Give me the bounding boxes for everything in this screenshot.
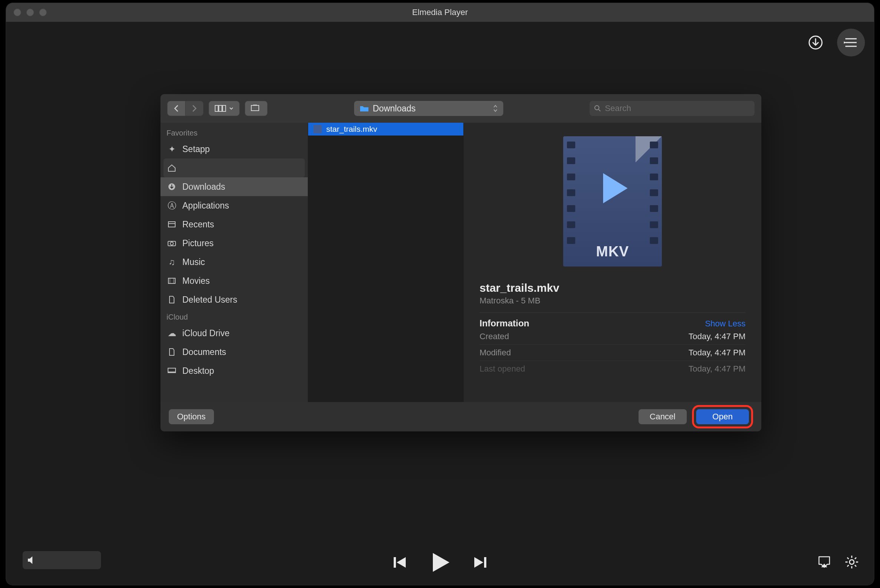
svg-rect-5 xyxy=(394,557,396,568)
sidebar-item-deleted-users[interactable]: Deleted Users xyxy=(160,290,308,309)
svg-line-19 xyxy=(847,565,849,567)
svg-rect-21 xyxy=(219,105,222,111)
sidebar-item-music[interactable]: ♫Music xyxy=(160,253,308,271)
titlebar: Elmedia Player xyxy=(6,3,874,22)
sidebar-item-pictures[interactable]: Pictures xyxy=(160,234,308,253)
cloud-icon: ☁ xyxy=(167,328,177,338)
open-button-highlight: Open xyxy=(692,405,753,428)
options-button[interactable]: Options xyxy=(169,409,214,424)
sidebar: Favorites ✦Setapp Downloads ⒶApplication… xyxy=(160,123,308,402)
music-icon: ♫ xyxy=(167,257,177,267)
sidebar-item-downloads[interactable]: Downloads xyxy=(160,177,308,196)
sidebar-header-icloud: iCloud xyxy=(160,309,308,324)
download-icon xyxy=(167,183,177,191)
search-icon xyxy=(594,105,601,112)
svg-rect-23 xyxy=(251,105,259,111)
sidebar-item-recents[interactable]: Recents xyxy=(160,215,308,234)
svg-marker-7 xyxy=(433,553,449,572)
svg-line-17 xyxy=(855,565,856,567)
show-less-link[interactable]: Show Less xyxy=(705,319,746,329)
sidebar-item-applications[interactable]: ⒶApplications xyxy=(160,196,308,215)
svg-marker-9 xyxy=(474,557,483,568)
player-bar xyxy=(6,540,874,585)
svg-line-16 xyxy=(847,558,849,559)
dialog-toolbar: Downloads xyxy=(160,94,761,123)
info-header: Information xyxy=(480,318,529,329)
app-window: Elmedia Player xyxy=(6,3,874,585)
sidebar-item-documents[interactable]: Documents xyxy=(160,343,308,361)
folder-icon xyxy=(359,105,369,112)
svg-point-11 xyxy=(849,560,854,564)
location-popup[interactable]: Downloads xyxy=(354,101,503,116)
cancel-button[interactable]: Cancel xyxy=(639,409,687,424)
sidebar-header-favorites: Favorites xyxy=(160,125,308,140)
svg-line-26 xyxy=(599,110,600,111)
play-button[interactable] xyxy=(428,551,452,574)
volume-slider[interactable] xyxy=(23,551,101,569)
playlist-button[interactable] xyxy=(837,29,865,56)
volume-icon xyxy=(26,555,37,565)
home-icon xyxy=(167,164,177,172)
svg-rect-32 xyxy=(168,278,175,283)
svg-rect-20 xyxy=(215,105,218,111)
file-row[interactable]: star_trails.mkv xyxy=(308,123,463,136)
location-label: Downloads xyxy=(373,104,416,114)
previous-button[interactable] xyxy=(391,554,408,571)
chevron-updown-icon xyxy=(493,104,498,113)
app-toolbar xyxy=(6,22,874,63)
back-button[interactable] xyxy=(167,101,185,116)
meta-row: ModifiedToday, 4:47 PM xyxy=(480,345,746,361)
movie-icon xyxy=(167,277,177,284)
apps-icon: Ⓐ xyxy=(167,200,177,212)
forward-button[interactable] xyxy=(185,101,203,116)
sidebar-item-movies[interactable]: Movies xyxy=(160,271,308,290)
doc-icon xyxy=(167,296,177,304)
preview-icon-label: MKV xyxy=(563,244,662,260)
sidebar-item-setapp[interactable]: ✦Setapp xyxy=(160,140,308,158)
file-type-icon xyxy=(313,125,322,133)
airplay-button[interactable] xyxy=(817,555,832,569)
svg-rect-28 xyxy=(168,222,175,227)
setapp-icon: ✦ xyxy=(167,144,177,154)
group-button[interactable] xyxy=(245,101,267,116)
svg-point-31 xyxy=(170,242,173,245)
meta-row: Last openedToday, 4:47 PM xyxy=(480,361,746,377)
file-name-label: star_trails.mkv xyxy=(326,125,377,134)
svg-rect-8 xyxy=(484,557,486,568)
dialog-footer: Options Cancel Open xyxy=(160,402,761,431)
search-input[interactable] xyxy=(605,104,750,113)
preview-file-name: star_trails.mkv xyxy=(480,282,746,294)
open-file-dialog: Downloads Favorites ✦Setapp Downloads xyxy=(160,94,761,431)
search-field[interactable] xyxy=(590,101,755,116)
volume-area xyxy=(23,551,101,569)
file-preview-icon: MKV xyxy=(563,136,662,267)
svg-rect-22 xyxy=(223,105,226,111)
svg-marker-4 xyxy=(844,41,846,44)
download-button[interactable] xyxy=(802,29,830,56)
svg-line-18 xyxy=(855,558,856,559)
camera-icon xyxy=(167,240,177,247)
preview-file-subtitle: Matroska - 5 MB xyxy=(480,296,746,306)
svg-rect-24 xyxy=(253,105,257,106)
meta-row: CreatedToday, 4:47 PM xyxy=(480,329,746,345)
svg-marker-37 xyxy=(603,173,628,203)
view-mode-button[interactable] xyxy=(209,101,240,116)
svg-point-25 xyxy=(595,106,599,110)
sidebar-item-home[interactable] xyxy=(163,158,305,177)
svg-marker-6 xyxy=(397,557,406,568)
window-title: Elmedia Player xyxy=(6,8,874,17)
desktop-icon xyxy=(167,367,177,374)
file-list: star_trails.mkv xyxy=(308,123,464,402)
next-button[interactable] xyxy=(472,554,489,571)
settings-button[interactable] xyxy=(845,555,859,569)
sidebar-item-icloud-drive[interactable]: ☁iCloud Drive xyxy=(160,324,308,343)
preview-pane: MKV star_trails.mkv Matroska - 5 MB Info… xyxy=(464,123,761,402)
docs-icon xyxy=(167,348,177,356)
recents-icon xyxy=(167,221,177,228)
sidebar-item-desktop[interactable]: Desktop xyxy=(160,361,308,380)
open-button[interactable]: Open xyxy=(696,409,749,424)
